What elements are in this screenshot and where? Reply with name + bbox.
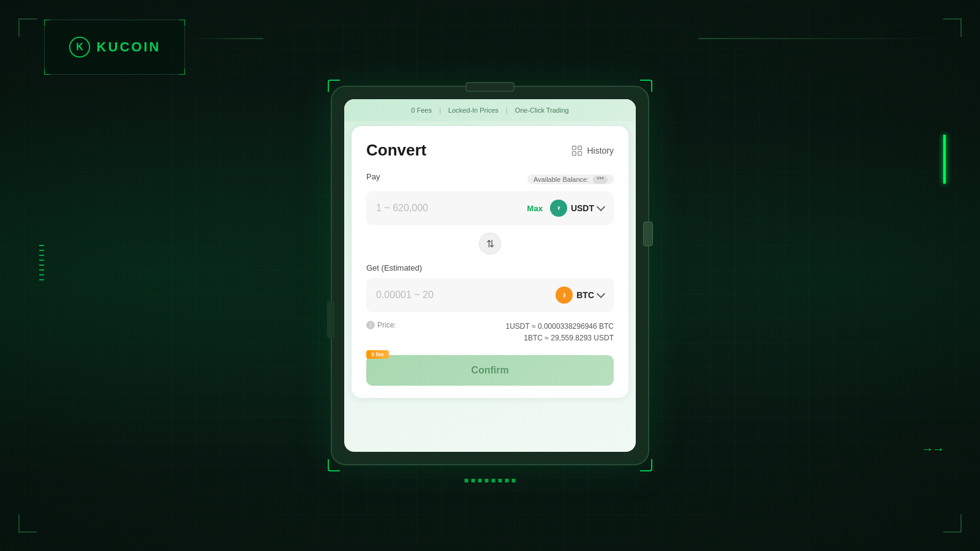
feature-divider-2: | (506, 107, 508, 114)
history-icon (571, 144, 583, 157)
hud-line-top-left (190, 38, 263, 39)
max-button[interactable]: Max (527, 204, 543, 213)
get-token-chevron (597, 290, 605, 298)
pay-token-chevron (597, 203, 605, 211)
get-amount-input[interactable]: 0.00001 ~ 20 (376, 290, 556, 301)
svg-rect-3 (578, 146, 582, 149)
svg-rect-4 (573, 151, 576, 155)
swap-button[interactable]: ⇅ (479, 233, 501, 255)
price-info-icon: i (366, 321, 375, 329)
brand-name: KUCOIN (97, 39, 161, 55)
get-label: Get (Estimated) (366, 263, 422, 272)
card-title: Convert (366, 141, 426, 160)
price-line-2: 1BTC ≈ 29,559.8293 USDT (506, 332, 614, 344)
svg-text:K: K (76, 41, 83, 52)
get-token-name: BTC (576, 290, 594, 300)
svg-text:₿: ₿ (563, 293, 565, 298)
price-line-1: 1USDT ≈ 0.0000338296946 BTC (506, 321, 614, 332)
history-button[interactable]: History (571, 144, 614, 157)
pay-token-name: USDT (571, 203, 594, 213)
price-label: i Price: (366, 321, 396, 329)
history-label: History (587, 146, 614, 156)
kucoin-logo-icon: K (69, 36, 91, 58)
logo-container[interactable]: K KUCOIN (44, 20, 185, 75)
device-screen: 0 Fees | Locked-In Prices | One-Click Tr… (344, 99, 636, 452)
price-values: 1USDT ≈ 0.0000338296946 BTC 1BTC ≈ 29,55… (506, 321, 614, 344)
svg-rect-5 (578, 151, 582, 155)
pay-amount-input[interactable]: 1 ~ 620,000 (376, 203, 527, 214)
feature-item-prices: Locked-In Prices (448, 107, 499, 114)
hud-bottom-dashes (465, 479, 516, 482)
device-side-button-right (643, 222, 653, 246)
hud-line-top-right (698, 38, 943, 39)
btc-icon: ₿ (556, 287, 573, 304)
svg-text:₮: ₮ (557, 206, 560, 211)
device-notch (466, 82, 514, 92)
convert-card: Convert History Pay (352, 126, 628, 398)
confirm-button[interactable]: Confirm (366, 355, 614, 386)
card-header: Convert History (366, 141, 614, 160)
get-section: Get (Estimated) 0.00001 ~ 20 ₿ BTC (366, 262, 614, 312)
pay-label: Pay (366, 172, 380, 181)
pay-token-selector[interactable]: ₮ USDT (550, 200, 604, 217)
device-frame: 0 Fees | Locked-In Prices | One-Click Tr… (331, 86, 649, 465)
feature-divider-1: | (439, 107, 441, 114)
pay-section: Pay Available Balance: *** 1 ~ 620,000 M… (366, 172, 614, 225)
device-frame-outer: 0 Fees | Locked-In Prices | One-Click Tr… (328, 80, 652, 471)
feature-item-fees: 0 Fees (411, 107, 432, 114)
confirm-button-wrapper: 0 fee Confirm (366, 355, 614, 386)
hud-accent-right (943, 135, 946, 184)
pay-input-row[interactable]: 1 ~ 620,000 Max ₮ USDT (366, 191, 614, 225)
device-side-button-left (327, 301, 334, 338)
zero-fee-tag: 0 fee (366, 350, 389, 359)
feature-item-trading: One-Click Trading (515, 107, 569, 114)
hud-arrows-right: →→ (921, 442, 943, 456)
get-input-row[interactable]: 0.00001 ~ 20 ₿ BTC (366, 278, 614, 312)
get-token-selector[interactable]: ₿ BTC (556, 287, 604, 304)
feature-bar: 0 Fees | Locked-In Prices | One-Click Tr… (344, 99, 636, 121)
svg-rect-2 (573, 146, 576, 149)
swap-area: ⇅ (366, 225, 614, 262)
available-balance-badge: Available Balance: *** (527, 174, 614, 184)
price-row: i Price: 1USDT ≈ 0.0000338296946 BTC 1BT… (366, 312, 614, 347)
hud-left-dashes (39, 245, 44, 280)
usdt-icon: ₮ (550, 200, 567, 217)
